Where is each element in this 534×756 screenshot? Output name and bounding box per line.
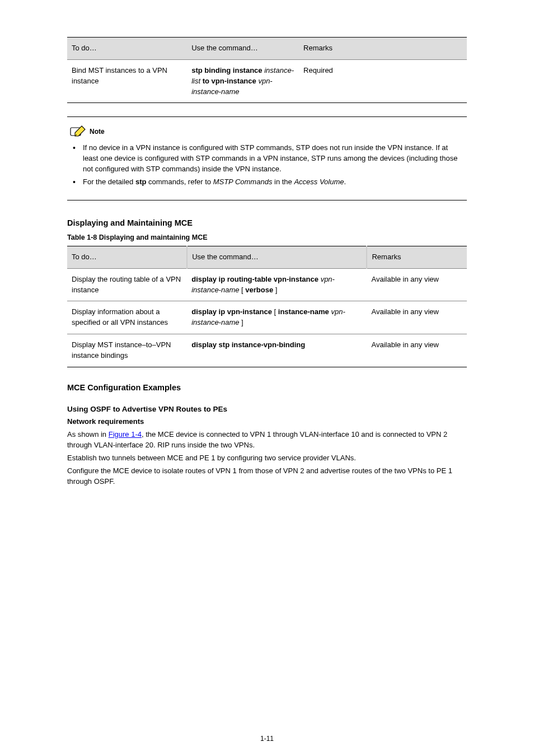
cell-cmd: display stp instance-vpn-binding bbox=[187, 334, 367, 367]
section-display-maintain: Displaying and Maintaining MCE bbox=[67, 217, 467, 229]
subsection-ospf: Using OSPF to Advertise VPN Routes to PE… bbox=[67, 404, 467, 415]
cell-todo: Display MST instance–to–VPN instance bin… bbox=[67, 334, 187, 367]
table-header-row: To do… Use the command… Remarks bbox=[67, 38, 467, 60]
table-header-row: To do… Use the command… Remarks bbox=[67, 246, 467, 268]
note-pencil-icon bbox=[69, 125, 86, 138]
requirements-para-1: As shown in Figure 1-4, the MCE device i… bbox=[67, 430, 467, 451]
table-row: Display information about a specified or… bbox=[67, 301, 467, 334]
cell-cmd: display ip routing-table vpn-instance vp… bbox=[187, 268, 367, 301]
display-table: To do… Use the command… Remarks Display … bbox=[67, 246, 467, 367]
col-header-todo: To do… bbox=[67, 246, 187, 268]
page: To do… Use the command… Remarks Bind MST… bbox=[0, 0, 534, 756]
requirements-para-2: Establish two tunnels between MCE and PE… bbox=[67, 453, 467, 464]
cell-cmd: stp binding instance instance-list to vp… bbox=[187, 59, 299, 103]
list-item: If no device in a VPN instance is config… bbox=[69, 143, 465, 175]
note-header: Note bbox=[69, 125, 465, 138]
cell-remarks: Required bbox=[299, 59, 467, 103]
cell-remarks: Available in any view bbox=[367, 301, 467, 334]
section-config-examples: MCE Configuration Examples bbox=[67, 382, 467, 394]
table-row: Bind MST instances to a VPN instance stp… bbox=[67, 59, 467, 103]
table-row: Display the routing table of a VPN insta… bbox=[67, 268, 467, 301]
col-header-remarks: Remarks bbox=[367, 246, 467, 268]
requirements-para-3: Configure the MCE device to isolate rout… bbox=[67, 466, 467, 487]
list-item: For the detailed stp commands, refer to … bbox=[69, 177, 465, 188]
cell-todo: Bind MST instances to a VPN instance bbox=[67, 59, 187, 103]
network-requirements-heading: Network requirements bbox=[67, 417, 467, 427]
col-header-cmd: Use the command… bbox=[187, 38, 299, 60]
cell-remarks: Available in any view bbox=[367, 268, 467, 301]
col-header-remarks: Remarks bbox=[299, 38, 467, 60]
note-label: Note bbox=[90, 127, 105, 137]
text: As shown in bbox=[67, 430, 109, 438]
table-row: Display MST instance–to–VPN instance bin… bbox=[67, 334, 467, 367]
note-bullets: If no device in a VPN instance is config… bbox=[69, 143, 465, 187]
note-callout: Note If no device in a VPN instance is c… bbox=[67, 116, 467, 200]
col-header-todo: To do… bbox=[67, 38, 187, 60]
cell-cmd: display ip vpn-instance [ instance-name … bbox=[187, 301, 367, 334]
page-number: 1-11 bbox=[0, 734, 534, 744]
col-header-cmd: Use the command… bbox=[187, 246, 367, 268]
binding-table: To do… Use the command… Remarks Bind MST… bbox=[67, 37, 467, 103]
figure-link[interactable]: Figure 1-4 bbox=[109, 430, 142, 438]
cell-todo: Display information about a specified or… bbox=[67, 301, 187, 334]
table-caption: Table 1-8 Displaying and maintaining MCE bbox=[67, 232, 467, 242]
cell-todo: Display the routing table of a VPN insta… bbox=[67, 268, 187, 301]
cell-remarks: Available in any view bbox=[367, 334, 467, 367]
